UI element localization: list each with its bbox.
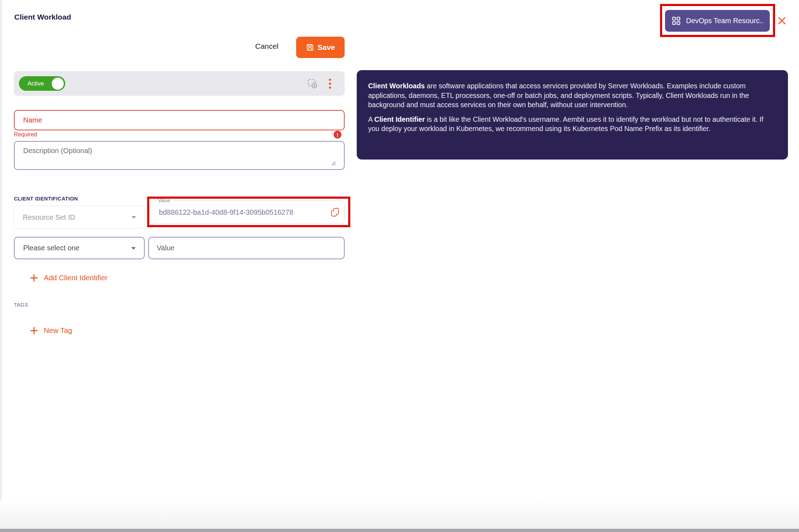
chevron-down-icon: [131, 215, 136, 219]
info-p2-bold: Client Identifier: [374, 115, 425, 123]
cancel-button[interactable]: Cancel: [255, 42, 278, 51]
new-tag-label: New Tag: [44, 326, 72, 335]
info-paragraph-1: Client Workloads are software applicatio…: [368, 81, 776, 110]
resource-set-id-select[interactable]: Resource Set ID: [14, 206, 145, 229]
info-panel: Client Workloads are software applicatio…: [357, 70, 788, 160]
client-identification-section-label: CLIENT IDENTIFICATION: [14, 196, 78, 202]
info-p2-prefix: A: [368, 115, 374, 123]
identifier-value-input[interactable]: [148, 237, 345, 259]
name-input[interactable]: [14, 110, 345, 130]
error-icon: !: [334, 131, 341, 139]
name-required-error: Required: [14, 131, 37, 138]
status-bar: Active: [14, 71, 345, 96]
add-client-identifier-label: Add Client Identifier: [44, 273, 108, 282]
new-tag-button[interactable]: New Tag: [30, 326, 72, 335]
copy-icon[interactable]: [330, 207, 341, 218]
active-toggle-label: Active: [27, 76, 44, 91]
page-title: Client Workload: [14, 13, 71, 21]
description-textarea[interactable]: [14, 141, 345, 170]
save-button[interactable]: Save: [296, 37, 345, 58]
plus-icon: [30, 274, 38, 282]
add-to-set-icon[interactable]: [307, 78, 318, 89]
resource-set-id-select-value: Resource Set ID: [14, 213, 131, 221]
active-toggle[interactable]: Active: [19, 76, 65, 91]
info-p2-text: is a bit like the Client Workload's user…: [368, 115, 763, 133]
client-workload-page: Client Workload DevOps Team Resourc... C…: [0, 0, 799, 532]
resource-set-value-field: Value: [151, 200, 345, 224]
tags-section-label: TAGS: [14, 302, 28, 308]
bottom-window-edge: [0, 529, 799, 532]
chevron-down-icon: [131, 246, 136, 250]
resource-set-chip-button[interactable]: DevOps Team Resourc...: [665, 10, 770, 32]
close-icon[interactable]: [777, 16, 787, 25]
identifier-type-select-placeholder: Please select one: [15, 244, 131, 252]
identifier-type-select[interactable]: Please select one: [14, 237, 145, 259]
plus-icon: [30, 327, 38, 335]
floppy-disk-icon: [306, 43, 314, 52]
resource-set-chip-label: DevOps Team Resourc...: [686, 17, 763, 25]
toggle-knob: [52, 78, 64, 90]
info-p1-text: are software applications that access se…: [368, 82, 749, 109]
add-client-identifier-button[interactable]: Add Client Identifier: [30, 273, 108, 282]
resource-set-value-input[interactable]: [151, 201, 344, 224]
info-paragraph-2: A Client Identifier is a bit like the Cl…: [368, 115, 776, 134]
kebab-menu-icon[interactable]: [327, 78, 333, 89]
left-edge-divider: [0, 0, 2, 532]
info-p1-bold: Client Workloads: [368, 82, 425, 90]
save-button-label: Save: [318, 43, 335, 52]
bottom-fade: [0, 500, 799, 529]
grid-icon: [671, 16, 681, 26]
